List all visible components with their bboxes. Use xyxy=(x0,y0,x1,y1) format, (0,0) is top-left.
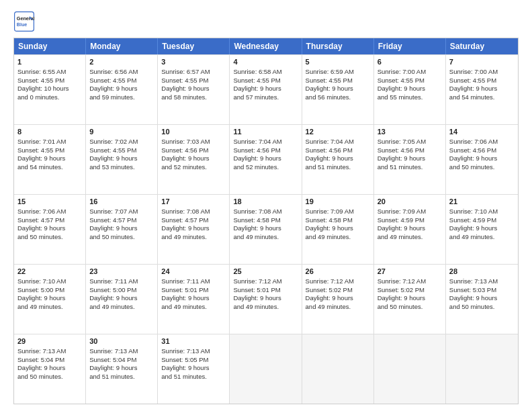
logo: General Blue xyxy=(13,11,35,32)
day-info-line: Sunset: 4:56 PM xyxy=(233,146,298,155)
day-info-line: Sunset: 4:58 PM xyxy=(306,216,370,225)
calendar-cell: 25Sunrise: 7:12 AMSunset: 5:01 PMDayligh… xyxy=(230,265,302,334)
day-info-line: and 49 minutes. xyxy=(449,233,515,242)
day-info-line: Sunset: 4:55 PM xyxy=(233,77,298,85)
day-info-line: Sunset: 4:57 PM xyxy=(17,216,82,225)
day-info-line: Sunset: 4:55 PM xyxy=(17,146,82,155)
day-number: 7 xyxy=(449,57,515,67)
day-info-line: and 49 minutes. xyxy=(306,303,370,312)
day-info-line: Sunrise: 7:13 AM xyxy=(161,347,226,356)
calendar-cell: 30Sunrise: 7:13 AMSunset: 5:04 PMDayligh… xyxy=(86,334,158,404)
day-info-line: Sunrise: 6:57 AM xyxy=(161,68,226,77)
calendar-cell: 21Sunrise: 7:10 AMSunset: 4:59 PMDayligh… xyxy=(446,195,518,264)
day-info-line: Daylight: 9 hours xyxy=(378,294,442,303)
day-info-line: and 49 minutes. xyxy=(306,233,370,242)
day-info-line: Daylight: 9 hours xyxy=(17,364,82,373)
day-info-line: Sunrise: 7:00 AM xyxy=(449,68,515,77)
day-number: 20 xyxy=(378,197,442,207)
day-info-line: Sunset: 5:01 PM xyxy=(161,286,226,295)
calendar-cell: 22Sunrise: 7:10 AMSunset: 5:00 PMDayligh… xyxy=(14,265,86,334)
day-number: 18 xyxy=(233,197,298,207)
calendar-cell: 14Sunrise: 7:06 AMSunset: 4:56 PMDayligh… xyxy=(446,125,518,194)
day-number: 19 xyxy=(306,197,370,207)
day-info-line: Sunrise: 7:13 AM xyxy=(89,347,154,356)
day-info-line: and 49 minutes. xyxy=(17,303,82,312)
day-info-line: Sunset: 5:04 PM xyxy=(17,356,82,365)
day-info-line: Sunset: 4:55 PM xyxy=(161,77,226,85)
day-info-line: Daylight: 9 hours xyxy=(161,364,226,373)
day-number: 29 xyxy=(17,336,82,347)
day-number: 26 xyxy=(306,267,370,277)
day-info-line: Sunset: 4:58 PM xyxy=(233,216,298,225)
day-info-line: Daylight: 10 hours xyxy=(17,85,82,93)
day-info-line: and 53 minutes. xyxy=(89,163,154,172)
day-info-line: Daylight: 9 hours xyxy=(378,154,442,163)
day-info-line: and 51 minutes. xyxy=(89,373,154,381)
day-info-line: Sunrise: 7:11 AM xyxy=(161,277,226,286)
day-info-line: Daylight: 9 hours xyxy=(17,294,82,303)
calendar-cell: 2Sunrise: 6:56 AMSunset: 4:55 PMDaylight… xyxy=(86,55,158,124)
calendar-cell: 20Sunrise: 7:09 AMSunset: 4:59 PMDayligh… xyxy=(374,195,446,264)
day-number: 21 xyxy=(449,197,515,207)
cal-header-cell: Monday xyxy=(86,38,158,54)
day-info-line: Daylight: 9 hours xyxy=(306,294,370,303)
day-info-line: Sunrise: 7:12 AM xyxy=(233,277,298,286)
calendar-row: 8Sunrise: 7:01 AMSunset: 4:55 PMDaylight… xyxy=(14,124,518,194)
day-info-line: and 51 minutes. xyxy=(378,163,442,172)
day-info-line: Sunrise: 7:09 AM xyxy=(378,208,442,216)
svg-text:Blue: Blue xyxy=(17,21,28,28)
day-info-line: and 59 minutes. xyxy=(89,93,154,102)
cal-header-cell: Thursday xyxy=(302,38,374,54)
day-info-line: and 49 minutes. xyxy=(161,303,226,312)
calendar-cell xyxy=(446,334,518,404)
day-info-line: Sunset: 4:59 PM xyxy=(449,216,515,225)
day-info-line: Sunset: 4:59 PM xyxy=(378,216,442,225)
day-info-line: and 50 minutes. xyxy=(378,303,442,312)
day-info-line: Sunset: 4:57 PM xyxy=(161,216,226,225)
day-info-line: Sunrise: 7:02 AM xyxy=(89,138,154,146)
day-info-line: Sunrise: 7:13 AM xyxy=(17,347,82,356)
day-info-line: Sunrise: 7:12 AM xyxy=(306,277,370,286)
logo-icon: General Blue xyxy=(13,11,35,32)
day-info-line: and 49 minutes. xyxy=(233,233,298,242)
day-info-line: Daylight: 9 hours xyxy=(89,224,154,233)
calendar-cell: 17Sunrise: 7:08 AMSunset: 4:57 PMDayligh… xyxy=(158,195,230,264)
day-info-line: and 50 minutes. xyxy=(17,373,82,381)
day-info-line: Daylight: 9 hours xyxy=(233,154,298,163)
day-info-line: Sunset: 5:00 PM xyxy=(89,286,154,295)
day-info-line: Daylight: 9 hours xyxy=(378,85,442,93)
day-info-line: Sunset: 5:05 PM xyxy=(161,356,226,365)
day-info-line: Sunrise: 7:11 AM xyxy=(89,277,154,286)
cal-header-cell: Wednesday xyxy=(230,38,302,54)
day-info-line: Sunset: 4:57 PM xyxy=(89,216,154,225)
day-info-line: Sunset: 5:00 PM xyxy=(17,286,82,295)
day-info-line: Sunrise: 7:04 AM xyxy=(306,138,370,146)
day-info-line: Daylight: 9 hours xyxy=(449,294,515,303)
calendar-cell: 27Sunrise: 7:12 AMSunset: 5:02 PMDayligh… xyxy=(374,265,446,334)
day-number: 30 xyxy=(89,336,154,347)
day-info-line: and 49 minutes. xyxy=(233,303,298,312)
day-info-line: Daylight: 9 hours xyxy=(161,154,226,163)
calendar-cell: 12Sunrise: 7:04 AMSunset: 4:56 PMDayligh… xyxy=(302,125,374,194)
day-info-line: Sunrise: 6:59 AM xyxy=(306,68,370,77)
day-info-line: Sunset: 4:55 PM xyxy=(306,77,370,85)
day-info-line: Daylight: 9 hours xyxy=(89,85,154,93)
calendar-cell: 26Sunrise: 7:12 AMSunset: 5:02 PMDayligh… xyxy=(302,265,374,334)
day-number: 11 xyxy=(233,127,298,137)
day-number: 28 xyxy=(449,267,515,277)
calendar-cell: 8Sunrise: 7:01 AMSunset: 4:55 PMDaylight… xyxy=(14,125,86,194)
day-number: 14 xyxy=(449,127,515,137)
day-info-line: Daylight: 9 hours xyxy=(161,294,226,303)
calendar-row: 1Sunrise: 6:55 AMSunset: 4:55 PMDaylight… xyxy=(14,54,518,124)
day-info-line: Sunset: 5:02 PM xyxy=(306,286,370,295)
calendar-cell: 5Sunrise: 6:59 AMSunset: 4:55 PMDaylight… xyxy=(302,55,374,124)
day-info-line: and 56 minutes. xyxy=(306,93,370,102)
day-info-line: Sunset: 4:56 PM xyxy=(378,146,442,155)
header: General Blue xyxy=(13,11,519,32)
calendar-cell xyxy=(230,334,302,404)
day-number: 16 xyxy=(89,197,154,207)
day-number: 10 xyxy=(161,127,226,137)
day-info-line: and 57 minutes. xyxy=(233,93,298,102)
day-info-line: Sunrise: 7:08 AM xyxy=(161,208,226,216)
calendar-body: 1Sunrise: 6:55 AMSunset: 4:55 PMDaylight… xyxy=(14,54,518,404)
